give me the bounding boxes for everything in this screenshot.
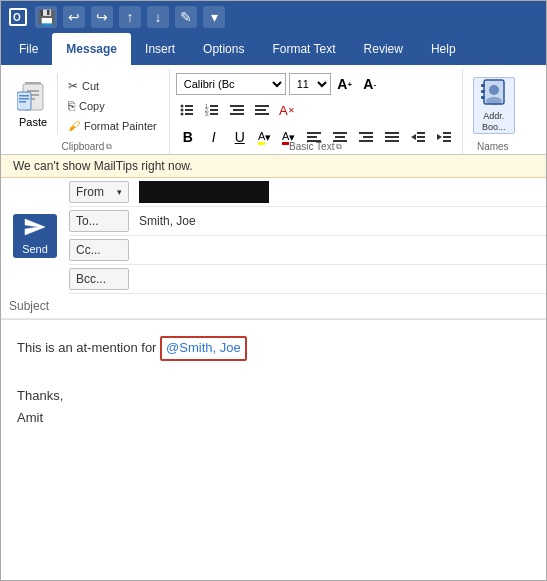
subject-input[interactable]	[69, 297, 538, 315]
email-fields: From ▾ To... Smith, Joe Cc...	[69, 178, 546, 294]
svg-rect-36	[363, 136, 373, 138]
body-thanks: Thanks,	[17, 386, 530, 407]
list-outdent-button[interactable]	[251, 99, 273, 121]
svg-rect-20	[210, 109, 218, 111]
cut-icon: ✂	[68, 79, 78, 93]
body-line1: This is an at-mention for @Smith, Joe	[17, 336, 530, 361]
decrease-font-button[interactable]: A-	[359, 73, 381, 95]
svg-rect-53	[481, 90, 485, 93]
send-button-area[interactable]: Send	[1, 178, 69, 294]
format-painter-button[interactable]: 🖌 Format Painter	[64, 117, 161, 135]
list-indent-button[interactable]	[226, 99, 248, 121]
send-label: Send	[22, 243, 48, 255]
names-group-label: Names	[463, 141, 523, 152]
svg-rect-14	[185, 109, 193, 111]
body-name: Amit	[17, 408, 530, 429]
clear-format-button[interactable]: A✕	[276, 99, 298, 121]
svg-rect-25	[230, 113, 244, 115]
address-book-icon	[480, 78, 508, 111]
address-book-label: Addr. Boo...	[474, 111, 514, 133]
svg-rect-30	[307, 136, 317, 138]
tab-options[interactable]: Options	[189, 33, 258, 65]
svg-text:O: O	[13, 12, 21, 23]
bcc-row: Bcc...	[69, 265, 546, 294]
clipboard-group: Paste ✂ Cut ⎘ Copy 🖌 Format Painter Clip…	[5, 69, 170, 154]
svg-rect-12	[185, 105, 193, 107]
paste-icon	[17, 78, 49, 114]
bullets-button[interactable]	[176, 99, 198, 121]
clipboard-group-label: Clipboard ⧉	[5, 141, 169, 152]
font-size-select[interactable]: 11	[289, 73, 331, 95]
svg-rect-9	[19, 98, 29, 100]
ribbon-content: Paste ✂ Cut ⎘ Copy 🖌 Format Painter Clip…	[1, 65, 546, 155]
email-header: Send From ▾ To... Smith, Joe	[1, 178, 546, 294]
address-book-area: Addr. Boo... Names	[463, 69, 523, 154]
tab-review[interactable]: Review	[350, 33, 417, 65]
basic-text-expand-icon[interactable]: ⧉	[336, 142, 342, 152]
svg-rect-42	[417, 132, 425, 134]
pen-button[interactable]: ✎	[175, 6, 197, 28]
email-body[interactable]: This is an at-mention for @Smith, Joe Th…	[1, 320, 546, 447]
paste-label: Paste	[19, 116, 47, 128]
svg-rect-26	[255, 105, 269, 107]
address-book-button[interactable]: Addr. Boo...	[473, 77, 515, 134]
svg-point-11	[180, 105, 183, 108]
more-button[interactable]: ▾	[203, 6, 225, 28]
clipboard-small-btns: ✂ Cut ⎘ Copy 🖌 Format Painter	[64, 73, 161, 135]
svg-point-51	[486, 97, 502, 105]
tab-format-text[interactable]: Format Text	[258, 33, 349, 65]
cc-value[interactable]	[135, 248, 546, 252]
to-value[interactable]: Smith, Joe	[135, 212, 546, 230]
svg-rect-18	[210, 105, 218, 107]
svg-rect-28	[255, 113, 269, 115]
app-icon: O	[9, 8, 27, 26]
from-row: From ▾	[69, 178, 546, 207]
mailtips-bar: We can't show MailTips right now.	[1, 155, 546, 178]
svg-rect-8	[19, 95, 29, 97]
svg-point-50	[489, 85, 499, 95]
save-button[interactable]: 💾	[35, 6, 57, 28]
mention-box: @Smith, Joe	[160, 336, 247, 361]
tab-help[interactable]: Help	[417, 33, 470, 65]
cc-button[interactable]: Cc...	[69, 239, 129, 261]
svg-rect-24	[233, 109, 244, 111]
send-button[interactable]: Send	[13, 214, 57, 258]
down-button[interactable]: ↓	[147, 6, 169, 28]
tab-file[interactable]: File	[5, 33, 52, 65]
paste-button[interactable]: Paste	[9, 73, 58, 133]
svg-rect-10	[19, 101, 26, 103]
bcc-value[interactable]	[135, 277, 546, 281]
title-bar-controls: 💾 ↩ ↪ ↑ ↓ ✎ ▾	[35, 6, 225, 28]
svg-rect-52	[481, 84, 485, 87]
svg-point-13	[180, 109, 183, 112]
format-painter-icon: 🖌	[68, 119, 80, 133]
bcc-button[interactable]: Bcc...	[69, 268, 129, 290]
copy-icon: ⎘	[68, 99, 75, 113]
tab-message[interactable]: Message	[52, 33, 131, 65]
font-name-select[interactable]: Calibri (Bc	[176, 73, 286, 95]
redo-button[interactable]: ↪	[91, 6, 113, 28]
numbering-button[interactable]: 1.2.3.	[201, 99, 223, 121]
mention-text: @Smith, Joe	[166, 340, 241, 355]
svg-rect-47	[443, 136, 451, 138]
copy-button[interactable]: ⎘ Copy	[64, 97, 161, 115]
svg-point-15	[180, 113, 183, 116]
svg-rect-33	[335, 136, 345, 138]
svg-marker-41	[411, 134, 416, 140]
up-button[interactable]: ↑	[119, 6, 141, 28]
svg-rect-38	[385, 132, 399, 134]
undo-button[interactable]: ↩	[63, 6, 85, 28]
body-text-before-mention: This is an at-mention for	[17, 340, 160, 355]
increase-font-button[interactable]: A+	[334, 73, 356, 95]
svg-rect-29	[307, 132, 321, 134]
clipboard-expand-icon[interactable]: ⧉	[106, 142, 112, 152]
cut-button[interactable]: ✂ Cut	[64, 77, 161, 95]
tab-insert[interactable]: Insert	[131, 33, 189, 65]
subject-row: Subject	[1, 294, 546, 319]
font-row1: Calibri (Bc 11 A+ A-	[176, 73, 381, 95]
to-button[interactable]: To...	[69, 210, 129, 232]
svg-rect-16	[185, 113, 193, 115]
svg-marker-45	[437, 134, 442, 140]
from-button[interactable]: From ▾	[69, 181, 129, 203]
from-dropdown-icon: ▾	[117, 187, 122, 197]
